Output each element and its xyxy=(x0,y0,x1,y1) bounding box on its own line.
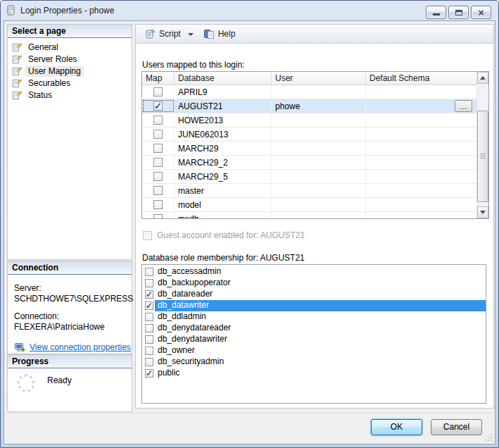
map-cell[interactable] xyxy=(142,142,175,155)
role-checkbox[interactable] xyxy=(145,268,153,276)
map-checkbox[interactable] xyxy=(153,116,163,125)
footer-bar: OK Cancel xyxy=(4,413,495,444)
cancel-button[interactable]: Cancel xyxy=(431,419,482,435)
map-checkbox[interactable] xyxy=(153,214,163,218)
scroll-thumb[interactable] xyxy=(477,111,488,202)
minimize-button[interactable] xyxy=(426,6,446,19)
script-button[interactable]: Script xyxy=(141,27,184,41)
map-cell[interactable] xyxy=(142,113,175,127)
database-cell: MARCH29_2 xyxy=(175,156,272,169)
role-checkbox[interactable] xyxy=(145,369,153,378)
role-name: db_datareader xyxy=(155,289,486,300)
table-row[interactable]: model xyxy=(142,198,476,212)
table-row[interactable]: master xyxy=(142,184,476,198)
map-checkbox[interactable] xyxy=(153,130,163,139)
table-row[interactable]: HOWE2013 xyxy=(142,113,476,127)
role-item[interactable]: db_datareader xyxy=(142,289,486,300)
map-cell[interactable] xyxy=(142,212,175,218)
select-a-page-header: Select a page xyxy=(8,25,132,38)
role-item[interactable]: db_backupoperator xyxy=(142,278,486,289)
role-checkbox[interactable] xyxy=(145,324,153,332)
page-icon xyxy=(12,66,23,76)
role-item[interactable]: db_owner xyxy=(142,345,486,356)
table-scrollbar[interactable] xyxy=(476,72,488,218)
role-checkbox[interactable] xyxy=(145,335,153,344)
map-checkbox[interactable] xyxy=(153,172,163,181)
role-item[interactable]: db_denydatareader xyxy=(142,323,486,334)
column-header-map[interactable]: Map xyxy=(142,72,175,85)
table-row[interactable]: msdb xyxy=(142,212,476,218)
connection-header: Connection xyxy=(8,261,132,275)
default-schema-cell xyxy=(366,212,476,218)
role-item[interactable]: db_securityadmin xyxy=(142,356,486,368)
map-checkbox[interactable] xyxy=(153,144,163,153)
sidebar-item[interactable]: General xyxy=(8,41,132,53)
user-mapping-table: Map Database User Default Schema APRIL9 xyxy=(141,71,489,219)
sidebar-item-label: User Mapping xyxy=(25,66,84,77)
default-schema-cell xyxy=(366,170,476,183)
view-connection-properties-link[interactable]: View connection properties xyxy=(30,342,131,352)
map-cell[interactable] xyxy=(142,184,175,197)
login-properties-window: Login Properties - phowe × Select a page xyxy=(0,0,499,448)
user-cell xyxy=(272,142,366,155)
table-row[interactable]: JUNE062013 xyxy=(142,127,476,142)
map-checkbox[interactable] xyxy=(153,101,163,111)
table-header: Map Database User Default Schema xyxy=(142,72,476,85)
role-checkbox[interactable] xyxy=(145,347,153,355)
role-checkbox[interactable] xyxy=(145,313,153,321)
close-button[interactable]: × xyxy=(471,6,491,19)
ok-button[interactable]: OK xyxy=(371,419,422,435)
role-checkbox[interactable] xyxy=(145,358,153,366)
table-row[interactable]: MARCH29_5 xyxy=(142,170,476,184)
column-header-database[interactable]: Database xyxy=(175,72,272,85)
map-checkbox[interactable] xyxy=(153,87,163,97)
default-schema-cell: ... xyxy=(366,99,476,113)
role-membership-label: Database role membership for: AUGUST21 xyxy=(142,253,305,263)
maximize-button[interactable] xyxy=(448,6,469,19)
map-checkbox[interactable] xyxy=(153,186,163,195)
help-button[interactable]: Help xyxy=(201,27,239,41)
map-checkbox[interactable] xyxy=(153,158,163,167)
sidebar-item[interactable]: User Mapping xyxy=(8,65,132,77)
table-row[interactable]: AUGUST21 phowe ... xyxy=(142,99,476,113)
map-cell[interactable] xyxy=(142,198,175,211)
resize-grip[interactable] xyxy=(484,433,493,442)
map-cell[interactable] xyxy=(142,127,175,141)
map-checkbox[interactable] xyxy=(153,200,163,209)
map-cell[interactable] xyxy=(142,156,175,169)
map-cell[interactable] xyxy=(142,99,175,113)
script-dropdown-arrow[interactable] xyxy=(188,33,194,36)
map-cell[interactable] xyxy=(142,170,175,183)
role-item[interactable]: db_datawriter xyxy=(142,300,486,311)
map-cell[interactable] xyxy=(142,85,175,99)
role-item[interactable]: db_accessadmin xyxy=(142,266,486,278)
user-cell xyxy=(272,212,366,218)
connection-properties-icon xyxy=(14,342,25,353)
help-icon xyxy=(203,28,215,39)
role-item[interactable]: db_ddladmin xyxy=(142,311,486,323)
user-cell xyxy=(272,156,366,169)
table-row[interactable]: APRIL9 xyxy=(142,85,476,99)
browse-button[interactable]: ... xyxy=(455,100,472,112)
title-bar[interactable]: Login Properties - phowe xyxy=(1,1,498,20)
select-a-page-panel: Select a page General xyxy=(7,24,132,260)
default-schema-cell xyxy=(366,184,476,197)
table-row[interactable]: MARCH29_2 xyxy=(142,156,476,170)
scroll-down-button[interactable] xyxy=(477,206,488,218)
role-checkbox[interactable] xyxy=(145,290,153,299)
role-item[interactable]: db_denydatawriter xyxy=(142,334,486,345)
column-header-default-schema[interactable]: Default Schema xyxy=(366,72,476,85)
scroll-up-button[interactable] xyxy=(477,72,488,84)
table-row[interactable]: MARCH29 xyxy=(142,142,476,156)
default-schema-cell xyxy=(366,85,476,99)
role-checkbox[interactable] xyxy=(145,301,153,310)
column-header-user[interactable]: User xyxy=(272,72,366,85)
role-item[interactable]: public xyxy=(142,368,486,379)
guest-account-checkbox xyxy=(143,231,152,240)
sidebar-item[interactable]: Server Roles xyxy=(8,53,132,65)
progress-status: Ready xyxy=(47,375,72,385)
sidebar-item[interactable]: Status xyxy=(8,89,132,101)
role-checkbox[interactable] xyxy=(145,279,153,287)
database-cell: APRIL9 xyxy=(175,85,272,99)
sidebar-item[interactable]: Securables xyxy=(8,77,132,89)
